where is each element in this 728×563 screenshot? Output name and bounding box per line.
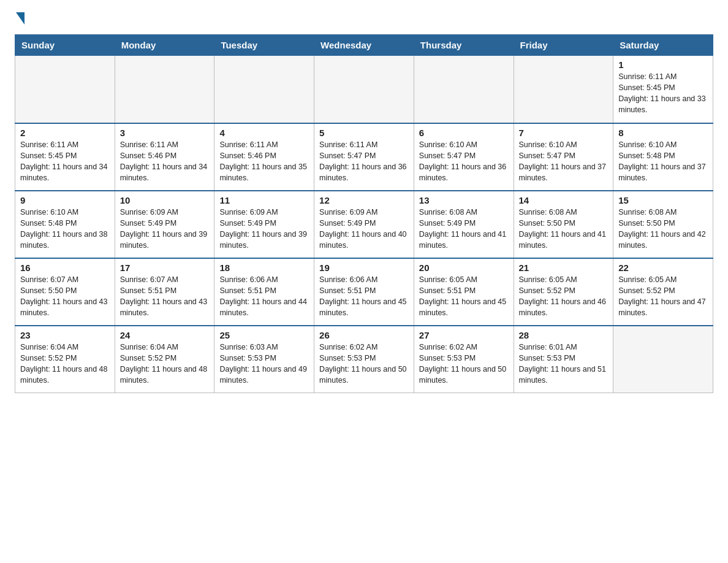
calendar-table: SundayMondayTuesdayWednesdayThursdayFrid… bbox=[15, 34, 713, 393]
day-info: Sunrise: 6:05 AMSunset: 5:52 PMDaylight:… bbox=[618, 274, 708, 319]
calendar-day-header: Monday bbox=[115, 35, 214, 56]
calendar-day-header: Tuesday bbox=[214, 35, 314, 56]
day-info: Sunrise: 6:11 AMSunset: 5:45 PMDaylight:… bbox=[20, 139, 110, 184]
day-info: Sunrise: 6:07 AMSunset: 5:50 PMDaylight:… bbox=[20, 274, 110, 319]
day-number: 23 bbox=[20, 330, 110, 340]
calendar-day-cell: 7Sunrise: 6:10 AMSunset: 5:47 PMDaylight… bbox=[514, 123, 613, 191]
day-number: 2 bbox=[20, 128, 110, 138]
calendar-week-row: 16Sunrise: 6:07 AMSunset: 5:50 PMDayligh… bbox=[15, 258, 713, 326]
logo-triangle-icon bbox=[16, 12, 25, 25]
day-number: 19 bbox=[319, 262, 409, 273]
day-info: Sunrise: 6:11 AMSunset: 5:47 PMDaylight:… bbox=[319, 139, 409, 184]
calendar-day-cell: 18Sunrise: 6:06 AMSunset: 5:51 PMDayligh… bbox=[214, 258, 314, 326]
calendar-week-row: 1Sunrise: 6:11 AMSunset: 5:45 PMDaylight… bbox=[15, 56, 713, 123]
calendar-day-header: Wednesday bbox=[314, 35, 414, 56]
page-header bbox=[15, 15, 713, 25]
calendar-day-cell: 15Sunrise: 6:08 AMSunset: 5:50 PMDayligh… bbox=[613, 191, 713, 258]
day-info: Sunrise: 6:01 AMSunset: 5:53 PMDaylight:… bbox=[519, 342, 609, 386]
day-info: Sunrise: 6:09 AMSunset: 5:49 PMDaylight:… bbox=[120, 207, 210, 251]
day-number: 25 bbox=[219, 330, 309, 340]
calendar-day-cell: 14Sunrise: 6:08 AMSunset: 5:50 PMDayligh… bbox=[514, 191, 613, 258]
day-info: Sunrise: 6:05 AMSunset: 5:51 PMDaylight:… bbox=[419, 274, 509, 319]
day-number: 22 bbox=[618, 262, 708, 273]
day-info: Sunrise: 6:11 AMSunset: 5:46 PMDaylight:… bbox=[219, 139, 309, 184]
day-number: 16 bbox=[20, 262, 110, 273]
calendar-day-cell: 20Sunrise: 6:05 AMSunset: 5:51 PMDayligh… bbox=[414, 258, 514, 326]
day-number: 5 bbox=[319, 128, 409, 138]
day-info: Sunrise: 6:11 AMSunset: 5:45 PMDaylight:… bbox=[618, 71, 708, 116]
calendar-day-cell: 26Sunrise: 6:02 AMSunset: 5:53 PMDayligh… bbox=[314, 326, 414, 393]
day-number: 20 bbox=[419, 262, 509, 273]
calendar-day-cell: 13Sunrise: 6:08 AMSunset: 5:49 PMDayligh… bbox=[414, 191, 514, 258]
calendar-day-cell bbox=[214, 56, 314, 123]
day-number: 8 bbox=[618, 128, 708, 138]
calendar-day-cell bbox=[115, 56, 214, 123]
day-info: Sunrise: 6:06 AMSunset: 5:51 PMDaylight:… bbox=[319, 274, 409, 319]
day-number: 28 bbox=[519, 330, 609, 340]
day-info: Sunrise: 6:07 AMSunset: 5:51 PMDaylight:… bbox=[120, 274, 210, 319]
calendar-day-header: Saturday bbox=[613, 35, 713, 56]
day-number: 14 bbox=[519, 195, 609, 205]
calendar-week-row: 9Sunrise: 6:10 AMSunset: 5:48 PMDaylight… bbox=[15, 191, 713, 258]
day-number: 3 bbox=[120, 128, 210, 138]
day-number: 15 bbox=[618, 195, 708, 205]
logo bbox=[15, 15, 25, 25]
calendar-day-cell: 23Sunrise: 6:04 AMSunset: 5:52 PMDayligh… bbox=[15, 326, 115, 393]
calendar-day-cell: 22Sunrise: 6:05 AMSunset: 5:52 PMDayligh… bbox=[613, 258, 713, 326]
day-info: Sunrise: 6:10 AMSunset: 5:47 PMDaylight:… bbox=[419, 139, 509, 184]
day-info: Sunrise: 6:02 AMSunset: 5:53 PMDaylight:… bbox=[319, 342, 409, 386]
calendar-day-cell: 5Sunrise: 6:11 AMSunset: 5:47 PMDaylight… bbox=[314, 123, 414, 191]
day-info: Sunrise: 6:09 AMSunset: 5:49 PMDaylight:… bbox=[219, 207, 309, 251]
calendar-day-cell: 21Sunrise: 6:05 AMSunset: 5:52 PMDayligh… bbox=[514, 258, 613, 326]
calendar-day-cell: 16Sunrise: 6:07 AMSunset: 5:50 PMDayligh… bbox=[15, 258, 115, 326]
day-number: 1 bbox=[618, 59, 708, 70]
day-number: 6 bbox=[419, 128, 509, 138]
calendar-day-header: Sunday bbox=[15, 35, 115, 56]
day-number: 9 bbox=[20, 195, 110, 205]
calendar-day-cell: 1Sunrise: 6:11 AMSunset: 5:45 PMDaylight… bbox=[613, 56, 713, 123]
day-number: 27 bbox=[419, 330, 509, 340]
day-info: Sunrise: 6:04 AMSunset: 5:52 PMDaylight:… bbox=[20, 342, 110, 386]
calendar-day-cell: 25Sunrise: 6:03 AMSunset: 5:53 PMDayligh… bbox=[214, 326, 314, 393]
calendar-week-row: 23Sunrise: 6:04 AMSunset: 5:52 PMDayligh… bbox=[15, 326, 713, 393]
day-info: Sunrise: 6:09 AMSunset: 5:49 PMDaylight:… bbox=[319, 207, 409, 251]
calendar-day-cell: 6Sunrise: 6:10 AMSunset: 5:47 PMDaylight… bbox=[414, 123, 514, 191]
day-number: 10 bbox=[120, 195, 210, 205]
day-number: 17 bbox=[120, 262, 210, 273]
day-number: 4 bbox=[219, 128, 309, 138]
day-info: Sunrise: 6:08 AMSunset: 5:49 PMDaylight:… bbox=[419, 207, 509, 251]
calendar-day-cell: 24Sunrise: 6:04 AMSunset: 5:52 PMDayligh… bbox=[115, 326, 214, 393]
calendar-day-cell: 10Sunrise: 6:09 AMSunset: 5:49 PMDayligh… bbox=[115, 191, 214, 258]
calendar-day-cell: 17Sunrise: 6:07 AMSunset: 5:51 PMDayligh… bbox=[115, 258, 214, 326]
calendar-day-cell: 27Sunrise: 6:02 AMSunset: 5:53 PMDayligh… bbox=[414, 326, 514, 393]
calendar-day-cell: 3Sunrise: 6:11 AMSunset: 5:46 PMDaylight… bbox=[115, 123, 214, 191]
calendar-day-cell: 2Sunrise: 6:11 AMSunset: 5:45 PMDaylight… bbox=[15, 123, 115, 191]
calendar-day-header: Thursday bbox=[414, 35, 514, 56]
calendar-day-cell: 8Sunrise: 6:10 AMSunset: 5:48 PMDaylight… bbox=[613, 123, 713, 191]
calendar-week-row: 2Sunrise: 6:11 AMSunset: 5:45 PMDaylight… bbox=[15, 123, 713, 191]
day-number: 11 bbox=[219, 195, 309, 205]
calendar-day-header: Friday bbox=[514, 35, 613, 56]
day-number: 24 bbox=[120, 330, 210, 340]
day-info: Sunrise: 6:04 AMSunset: 5:52 PMDaylight:… bbox=[120, 342, 210, 386]
calendar-day-cell bbox=[613, 326, 713, 393]
day-info: Sunrise: 6:11 AMSunset: 5:46 PMDaylight:… bbox=[120, 139, 210, 184]
calendar-day-cell bbox=[314, 56, 414, 123]
calendar-header-row: SundayMondayTuesdayWednesdayThursdayFrid… bbox=[15, 35, 713, 56]
calendar-day-cell bbox=[15, 56, 115, 123]
calendar-day-cell: 19Sunrise: 6:06 AMSunset: 5:51 PMDayligh… bbox=[314, 258, 414, 326]
calendar-day-cell: 9Sunrise: 6:10 AMSunset: 5:48 PMDaylight… bbox=[15, 191, 115, 258]
day-info: Sunrise: 6:10 AMSunset: 5:48 PMDaylight:… bbox=[20, 207, 110, 251]
calendar-day-cell bbox=[414, 56, 514, 123]
day-number: 13 bbox=[419, 195, 509, 205]
calendar-day-cell: 12Sunrise: 6:09 AMSunset: 5:49 PMDayligh… bbox=[314, 191, 414, 258]
day-number: 18 bbox=[219, 262, 309, 273]
calendar-day-cell: 4Sunrise: 6:11 AMSunset: 5:46 PMDaylight… bbox=[214, 123, 314, 191]
day-info: Sunrise: 6:06 AMSunset: 5:51 PMDaylight:… bbox=[219, 274, 309, 319]
calendar-day-cell: 28Sunrise: 6:01 AMSunset: 5:53 PMDayligh… bbox=[514, 326, 613, 393]
day-info: Sunrise: 6:03 AMSunset: 5:53 PMDaylight:… bbox=[219, 342, 309, 386]
day-info: Sunrise: 6:08 AMSunset: 5:50 PMDaylight:… bbox=[519, 207, 609, 251]
day-info: Sunrise: 6:10 AMSunset: 5:48 PMDaylight:… bbox=[618, 139, 708, 184]
calendar-day-cell bbox=[514, 56, 613, 123]
day-number: 12 bbox=[319, 195, 409, 205]
